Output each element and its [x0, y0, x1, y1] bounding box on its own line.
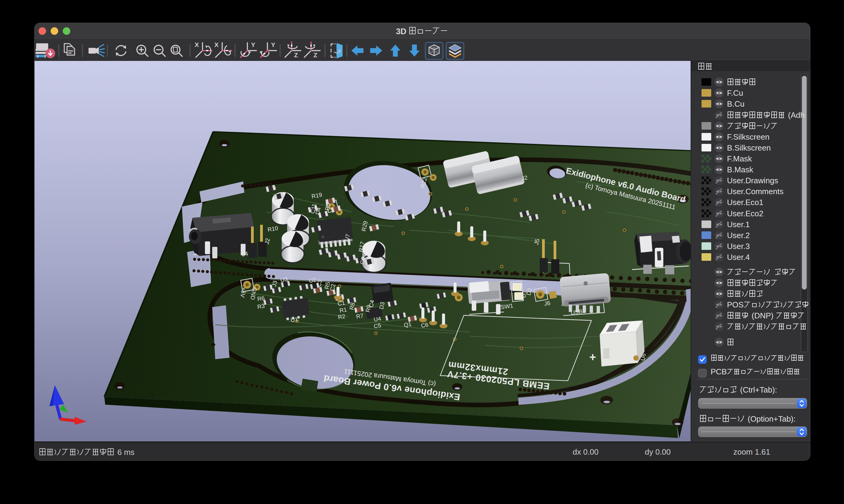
svg-text:J2: J2 — [521, 175, 528, 182]
svg-text:R3: R3 — [257, 303, 265, 310]
svg-text:R7: R7 — [356, 312, 364, 320]
svg-text:J6: J6 — [544, 300, 551, 307]
svg-text:U1: U1 — [290, 316, 299, 323]
svg-text:Z: Z — [294, 52, 298, 58]
svg-text:J5: J5 — [533, 238, 540, 246]
svg-text:J2: J2 — [263, 238, 271, 245]
svg-text:J3: J3 — [271, 280, 278, 287]
svg-text:Q1: Q1 — [403, 321, 412, 328]
svg-text:C5: C5 — [373, 322, 382, 329]
svg-text:U3: U3 — [280, 276, 288, 284]
svg-text:J4: J4 — [241, 250, 248, 257]
svg-text:Y: Y — [251, 41, 255, 48]
svg-text:+: + — [589, 351, 596, 363]
svg-text:C6: C6 — [420, 321, 429, 329]
svg-text:Z: Z — [313, 52, 317, 58]
svg-text:R1: R1 — [339, 306, 347, 314]
svg-text:U4: U4 — [373, 315, 382, 323]
svg-text:U2: U2 — [308, 276, 317, 284]
svg-text:R2: R2 — [338, 313, 346, 321]
svg-text:Y: Y — [271, 41, 275, 48]
svg-text:X: X — [195, 41, 199, 48]
svg-text:R6: R6 — [257, 295, 265, 302]
svg-text:X: X — [214, 41, 219, 48]
svg-text:C1: C1 — [337, 300, 346, 307]
